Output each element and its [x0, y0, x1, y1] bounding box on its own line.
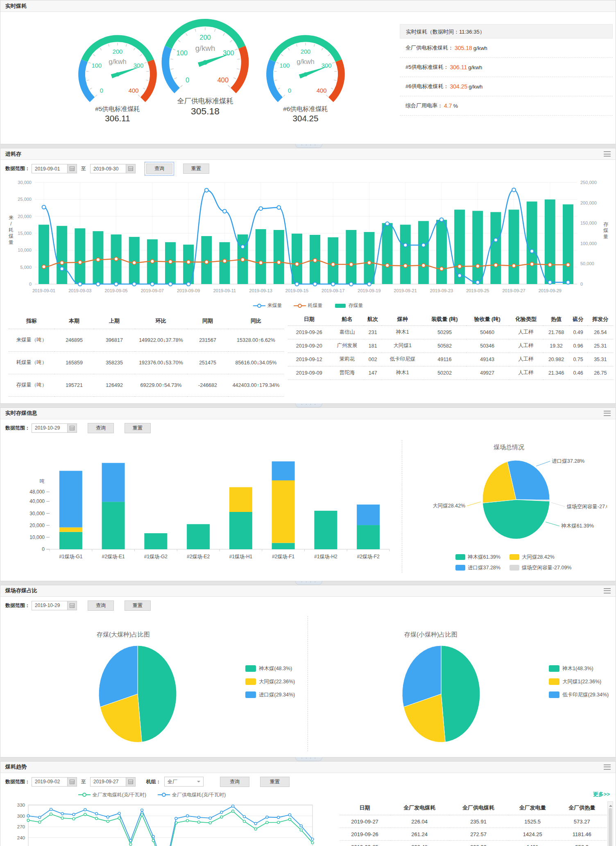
query-button[interactable]: 查询 — [146, 164, 172, 174]
date-to-field — [90, 777, 136, 787]
legend-item[interactable]: 耗煤量 — [294, 302, 323, 309]
ship-records-table: 日期船名航次煤种装载量 (吨)验收量 (吨)化验类型热值硫分挥发分2019-09… — [288, 313, 614, 380]
small-coal-pie-block: 存煤(小煤种)占比图 神木1(48.3%)大同煤1(22.36%)低卡印尼煤(2… — [308, 616, 616, 751]
legend-item[interactable]: 来煤量 — [253, 302, 282, 309]
svg-text:2019-09-19: 2019-09-19 — [358, 288, 380, 293]
column-header: 热值 — [543, 313, 569, 325]
svg-text:g/kwh: g/kwh — [195, 44, 215, 52]
panel-menu-icon[interactable] — [604, 588, 611, 594]
date-from-field — [32, 777, 77, 787]
date-from-input[interactable] — [32, 164, 67, 173]
date-input[interactable] — [32, 601, 67, 610]
cell: 195721 — [54, 374, 94, 396]
legend-item[interactable]: 存煤量 — [334, 302, 363, 309]
calendar-icon[interactable] — [67, 601, 77, 610]
unit-label: 机组： — [146, 778, 161, 785]
svg-text:25,000: 25,000 — [18, 197, 32, 202]
panel-collapse-tab[interactable]: · · · · — [295, 757, 322, 761]
calendar-icon[interactable] — [67, 778, 77, 786]
legend-item[interactable]: 煤场空闲容量-27.09% — [510, 564, 572, 571]
cell: 192376.00↓53.70% — [135, 351, 187, 374]
column-header: 全厂供电煤耗 — [449, 801, 508, 815]
reset-button[interactable]: 重置 — [260, 777, 290, 787]
stats-row: 综合厂用电率：4.7% — [400, 96, 613, 116]
more-link[interactable]: 更多>> — [593, 791, 610, 798]
calendar-icon[interactable] — [67, 424, 77, 432]
calendar-icon[interactable] — [67, 164, 77, 173]
svg-text:2019-09-05: 2019-09-05 — [104, 288, 127, 293]
column-header: 环比 — [135, 313, 187, 329]
legend-swatch — [510, 554, 519, 560]
cell: 2019-09-20 — [288, 339, 331, 352]
date-range-label: 数据范围： — [5, 165, 30, 172]
panel-collapse-tab[interactable]: · · · · — [295, 403, 322, 407]
svg-text:0: 0 — [100, 87, 103, 94]
query-button[interactable]: 查询 — [88, 600, 114, 611]
column-header: 日期 — [288, 313, 331, 325]
svg-text:2019-09-23: 2019-09-23 — [430, 288, 453, 293]
scroll-up-icon[interactable] — [609, 803, 612, 807]
stat-label: #6供电标准煤耗： — [405, 83, 448, 90]
cell: 20.982 — [543, 352, 569, 366]
date-to-input[interactable] — [91, 164, 126, 173]
legend-item[interactable]: 神木煤(48.3%) — [245, 665, 295, 672]
legend-item[interactable]: 神木煤61.39% — [455, 554, 500, 561]
query-button[interactable]: 查询 — [220, 777, 249, 787]
gauge-unit6: 0100200300400g/kwh#6供电标准煤耗304.25 — [250, 26, 361, 129]
column-header: 航次 — [364, 313, 382, 325]
cell: 49143 — [466, 352, 509, 366]
down-arrow-icon: ↓ — [163, 360, 165, 366]
legend-item[interactable]: 进口煤37.28% — [455, 564, 500, 571]
legend-item[interactable]: 神木1(48.3%) — [549, 665, 609, 672]
legend-item[interactable]: 进口煤(29.34%) — [245, 691, 295, 698]
panel-collapse-tab[interactable]: · · · · — [295, 144, 322, 148]
stat-label: 综合厂用电率： — [405, 102, 443, 109]
reset-button[interactable]: 重置 — [125, 600, 151, 611]
column-header: 指标 — [9, 313, 54, 329]
legend-item[interactable]: 大同煤28.42% — [510, 554, 555, 561]
cell: 普陀海 — [331, 366, 364, 380]
panel-menu-icon[interactable] — [604, 151, 611, 157]
scrollbar-thumb[interactable] — [609, 808, 612, 846]
svg-text:g/kwh: g/kwh — [297, 58, 315, 66]
unit-select[interactable]: 全厂 — [164, 777, 204, 787]
svg-text:耗: 耗 — [8, 227, 14, 233]
table-scrollbar[interactable] — [607, 801, 613, 846]
date-input[interactable] — [32, 424, 67, 432]
table-row: 2019-09-27226.04235.911525.5573.27 — [340, 815, 607, 828]
cell: 50346 — [466, 339, 509, 352]
calendar-icon[interactable] — [126, 778, 135, 786]
svg-text:2019-09-01: 2019-09-01 — [32, 288, 55, 293]
table-row: 2019-09-12茉莉花002低卡印尼煤4911649143人工样20.982… — [288, 352, 614, 366]
legend-item[interactable]: 全厂发电煤耗(克/千瓦时) — [78, 791, 146, 798]
svg-text:2019-09-03: 2019-09-03 — [68, 288, 91, 293]
cell: 49116 — [423, 352, 466, 366]
legend-item[interactable]: 低卡印尼煤(29.34%) — [549, 691, 609, 698]
pie-legend: 神木煤(48.3%)大同煤(22.36%)进口煤(29.34%) — [245, 665, 295, 705]
svg-text:2019-09-25: 2019-09-25 — [466, 288, 489, 293]
calendar-icon[interactable] — [126, 164, 135, 173]
column-header: 硫分 — [569, 313, 587, 325]
svg-text:250,000: 250,000 — [580, 180, 597, 185]
up-arrow-icon: ↑ — [258, 337, 260, 343]
svg-text:来: 来 — [9, 215, 14, 221]
reset-button[interactable]: 重置 — [183, 164, 209, 174]
date-to-input[interactable] — [91, 778, 126, 786]
cell: 147 — [364, 366, 382, 380]
date-from-input[interactable] — [32, 778, 67, 786]
legend-item[interactable]: 大同煤1(22.36%) — [549, 678, 609, 685]
legend-item[interactable]: 全厂供电煤耗(克/千瓦时) — [158, 791, 226, 798]
stat-label: 全厂供电标准煤耗： — [405, 44, 453, 52]
stat-unit: g/kwh — [468, 64, 482, 70]
cell: 231 — [364, 325, 382, 339]
query-button[interactable]: 查询 — [88, 423, 114, 433]
column-header: 全厂供热量 — [557, 801, 607, 815]
panel-collapse-tab[interactable]: · · · · — [295, 581, 322, 585]
panel-menu-icon[interactable] — [604, 764, 611, 770]
panel-menu-icon[interactable] — [604, 411, 611, 416]
reset-button[interactable]: 重置 — [125, 423, 151, 433]
cell: 2019-09-26 — [288, 325, 331, 339]
cell: 0.49 — [569, 325, 587, 339]
legend-swatch — [245, 665, 256, 672]
legend-item[interactable]: 大同煤(22.36%) — [245, 678, 295, 685]
